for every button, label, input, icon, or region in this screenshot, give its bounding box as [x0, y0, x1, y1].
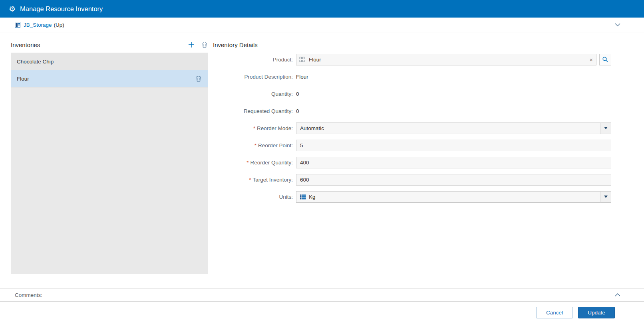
inventories-title: Inventories: [11, 42, 40, 48]
titlebar: ⚙ Manage Resource Inventory: [0, 0, 644, 18]
list-item-chocolate-chip[interactable]: Chocolate Chip: [11, 53, 208, 70]
units-dropdown-button[interactable]: [600, 191, 611, 203]
product-label: Product:: [213, 53, 293, 65]
required-asterisk: *: [253, 125, 255, 131]
chevron-up-icon: [615, 293, 620, 296]
breadcrumb-link[interactable]: JB_Storage: [24, 22, 52, 28]
plus-icon: [188, 42, 195, 48]
reorder-quantity-input[interactable]: [296, 157, 611, 168]
reorder-mode-value: Automatic: [300, 125, 324, 131]
target-inventory-label: * Target Inventory:: [213, 174, 293, 186]
gear-icon: ⚙: [9, 5, 16, 13]
comments-label: Comments:: [15, 292, 42, 298]
list-item-label: Flour: [17, 76, 29, 82]
product-input[interactable]: [296, 54, 596, 65]
units-label: Units:: [213, 191, 293, 203]
product-row: ×: [296, 53, 611, 65]
reorder-quantity-label: * Reorder Quantity:: [213, 156, 293, 168]
quantity-label: Quantity:: [213, 88, 293, 100]
details-title: Inventory Details: [213, 42, 258, 48]
inventory-list: Chocolate Chip Flour: [11, 53, 208, 274]
reorder-mode-label: * Reorder Mode:: [213, 122, 293, 134]
cancel-button[interactable]: Cancel: [536, 307, 573, 318]
comments-section: Comments:: [0, 288, 644, 301]
quantity-value: 0: [296, 91, 299, 97]
delete-inventory-button[interactable]: [201, 41, 208, 49]
collapse-panel-button[interactable]: [614, 22, 621, 27]
dropdown-arrow-icon: [604, 196, 608, 198]
delete-row-button[interactable]: [195, 75, 202, 83]
details-header: Inventory Details: [213, 39, 611, 50]
chevron-down-icon: [615, 23, 620, 26]
trash-icon: [196, 75, 201, 82]
search-icon: [602, 56, 608, 63]
units-value: Kg: [309, 194, 316, 200]
trash-icon: [202, 42, 207, 48]
footer-actions: Cancel Update: [0, 301, 644, 332]
inventories-panel: Inventories Chocolate Chip Flour: [11, 39, 208, 288]
units-icon: [300, 194, 306, 200]
units-select[interactable]: Kg: [296, 191, 611, 203]
breadcrumb-suffix: (Up): [54, 22, 64, 28]
product-icon: [299, 57, 305, 62]
breadcrumb: JB_Storage (Up): [0, 18, 644, 32]
target-inventory-input[interactable]: [296, 174, 611, 186]
product-search-button[interactable]: [599, 54, 611, 65]
comments-collapse-button[interactable]: [614, 292, 621, 297]
required-asterisk: *: [254, 142, 256, 148]
reorder-mode-select[interactable]: Automatic: [296, 123, 611, 134]
list-item-flour[interactable]: Flour: [11, 70, 208, 87]
required-asterisk: *: [249, 177, 251, 183]
details-form: Product:: [213, 53, 611, 203]
reorder-mode-dropdown-button[interactable]: [600, 123, 611, 134]
inventories-header: Inventories: [11, 39, 208, 50]
inventory-details-panel: Inventory Details Product:: [213, 39, 644, 288]
clear-icon[interactable]: ×: [589, 57, 593, 63]
product-description-value: Flour: [296, 74, 308, 80]
required-asterisk: *: [246, 160, 248, 166]
storage-icon: [15, 22, 21, 28]
add-inventory-button[interactable]: [187, 41, 195, 49]
product-description-label: Product Description:: [213, 71, 293, 83]
update-button[interactable]: Update: [578, 307, 615, 318]
reorder-point-label: * Reorder Point:: [213, 139, 293, 151]
requested-quantity-label: Requested Quantity:: [213, 105, 293, 117]
list-item-label: Chocolate Chip: [17, 59, 54, 65]
reorder-point-input[interactable]: [296, 140, 611, 151]
main-content: Inventories Chocolate Chip Flour: [0, 32, 644, 288]
dropdown-arrow-icon: [604, 127, 608, 129]
requested-quantity-value: 0: [296, 108, 299, 114]
page-title: Manage Resource Inventory: [20, 5, 103, 13]
